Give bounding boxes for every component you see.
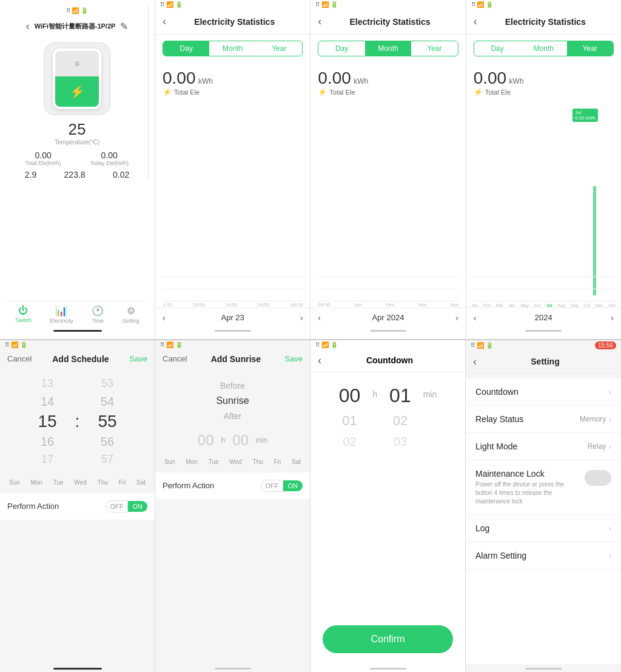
day-mon-b2[interactable]: Mon [186, 459, 197, 465]
tab-month-2[interactable]: Month [209, 41, 255, 56]
panel-elec-day: ⠿ 📶 🔋 ‹ Electricity Statistics Day Month… [155, 0, 310, 339]
temperature-label: Temperature(°C) [55, 139, 99, 146]
log-chevron: › [608, 523, 611, 533]
day-sun-b2[interactable]: Sun [164, 459, 175, 465]
status-icons-4: ⠿ 📶 🔋 [471, 1, 494, 8]
tab-day-4[interactable]: Day [474, 41, 520, 56]
day-wed-b1[interactable]: Wed [74, 479, 86, 486]
tab-time[interactable]: 🕐 Time [92, 305, 104, 324]
temperature-value: 25 [55, 120, 99, 139]
sunrise-save[interactable]: Save [284, 354, 303, 363]
perform-label-b2: Perform Action [163, 481, 214, 490]
day-tue-b2[interactable]: Tue [209, 459, 219, 465]
log-label: Log [475, 523, 489, 533]
time-badge-b4: 15:56 [595, 341, 616, 349]
panel-elec-month: ⠿ 📶 🔋 ‹ Electricity Statistics Day Month… [310, 0, 466, 339]
panel2-title: Electricity Statistics [166, 17, 303, 27]
prev-year-4[interactable]: ‹ [474, 313, 477, 323]
cd-min-02: 02 [393, 413, 408, 429]
signal-icons-1: ⠿ 📶 🔋 [66, 7, 89, 14]
tab-month-3[interactable]: Month [365, 41, 411, 56]
xl4-0: Jan [471, 303, 478, 307]
day-sat-b1[interactable]: Sat [136, 479, 146, 486]
next-year-4[interactable]: › [611, 313, 614, 323]
day-fri-b2[interactable]: Fri [274, 459, 281, 465]
alarm-chevron: › [608, 551, 611, 560]
maintenance-lock-sub: Power off the device or press the button… [475, 480, 572, 506]
day-sat-b2[interactable]: Sat [292, 459, 301, 465]
edit-icon[interactable]: ✎ [120, 21, 128, 32]
maintenance-lock-label: Maintenance Lock [475, 469, 572, 479]
min-57: 57 [101, 451, 113, 468]
setting-item-relay-status[interactable]: Relay Status Memory › [466, 406, 621, 433]
device-title: WiFi智能计量断路器-1P/2P [35, 22, 116, 31]
tab-switch[interactable]: ⏻ Switch [15, 305, 32, 324]
tab-year-2[interactable]: Year [256, 41, 302, 56]
tab-electricity[interactable]: 📊 Electricity [50, 305, 73, 324]
val3: 0.02 [113, 170, 129, 180]
back-icon-1[interactable]: ‹ [26, 20, 30, 33]
after-label[interactable]: After [224, 411, 242, 421]
xl4-11: Dec [608, 303, 616, 307]
hour-15: 15 [38, 411, 56, 432]
day-wed-b2[interactable]: Wed [229, 459, 241, 465]
off-label-b2[interactable]: OFF [261, 480, 283, 492]
day-tue-b1[interactable]: Tue [53, 479, 64, 486]
sunrise-cancel[interactable]: Cancel [163, 354, 187, 363]
prev-month-3[interactable]: ‹ [318, 313, 321, 323]
day-thu-b1[interactable]: Thu [98, 479, 108, 486]
day-sun-b1[interactable]: Sun [9, 479, 20, 486]
x-label-2-0: 1:00 [163, 302, 172, 307]
setting-item-log[interactable]: Log › [466, 515, 621, 542]
setting-item-alarm[interactable]: Alarm Setting › [466, 542, 621, 570]
tab-year-4[interactable]: Year [567, 41, 613, 56]
setting-title: Setting [477, 357, 614, 366]
cd-hour-01: 01 [342, 413, 357, 429]
schedule-save[interactable]: Save [129, 354, 147, 363]
on-label-b2[interactable]: ON [283, 480, 303, 491]
kwh-value-3: 0.00 [318, 69, 351, 87]
alarm-label: Alarm Setting [475, 551, 526, 560]
before-label[interactable]: Before [220, 381, 245, 391]
tab-day-3[interactable]: Day [318, 41, 364, 56]
tab-setting-label: Setting [123, 318, 139, 324]
day-fri-b1[interactable]: Fri [119, 479, 126, 486]
tab-day-2[interactable]: Day [163, 41, 209, 56]
today-ele-label: Today Ele(kWh) [90, 160, 129, 166]
next-month-2[interactable]: › [300, 313, 303, 323]
countdown-title: Countdown [321, 355, 458, 365]
panel-setting: ⠿ 📶 🔋 15:56 ‹ Setting Countdown › Relay … [466, 340, 621, 672]
day-mon-b1[interactable]: Mon [30, 479, 42, 486]
setting-item-countdown[interactable]: Countdown › [466, 378, 621, 406]
schedule-cancel[interactable]: Cancel [7, 354, 32, 363]
day-thu-b2[interactable]: Thu [253, 459, 263, 465]
cd-min-03: 03 [394, 435, 407, 449]
next-month-3[interactable]: › [455, 313, 458, 323]
x-label-3-3: Mar [418, 302, 427, 307]
prev-month-2[interactable]: ‹ [163, 313, 166, 323]
off-label-b1[interactable]: OFF [106, 500, 128, 512]
confirm-button[interactable]: Confirm [323, 625, 453, 653]
relay-status-label: Relay Status [475, 414, 523, 424]
tab-setting[interactable]: ⚙ Setting [123, 305, 139, 324]
tab-year-3[interactable]: Year [411, 41, 457, 56]
tab-month-4[interactable]: Month [520, 41, 566, 56]
light-mode-value: Relay [588, 442, 606, 451]
month-label-3: Apr 2024 [372, 313, 404, 322]
maintenance-lock-toggle[interactable] [585, 470, 611, 486]
x-label-2-4: 04/18 [290, 302, 303, 307]
xl4-10: Nov [596, 303, 603, 307]
chart-tooltip-4: Jul0.00 kWh [572, 109, 598, 122]
total-ele-3: Total Ele [329, 89, 355, 96]
light-mode-chevron: › [608, 442, 611, 451]
lightning-icon: ⚡ [70, 84, 85, 99]
cd-hour-02: 02 [343, 435, 356, 449]
cd-hour-unit: h [372, 389, 377, 399]
relay-status-value: Memory [580, 415, 606, 423]
setting-item-light-mode[interactable]: Light Mode Relay › [466, 433, 621, 460]
panel4-title: Electricity Statistics [477, 17, 614, 27]
cd-min-01: 01 [389, 385, 411, 407]
x-label-2-2: 24:00 [225, 302, 237, 307]
on-label-b1[interactable]: ON [128, 501, 148, 512]
sunrise-label-b2[interactable]: Sunrise [216, 395, 249, 406]
